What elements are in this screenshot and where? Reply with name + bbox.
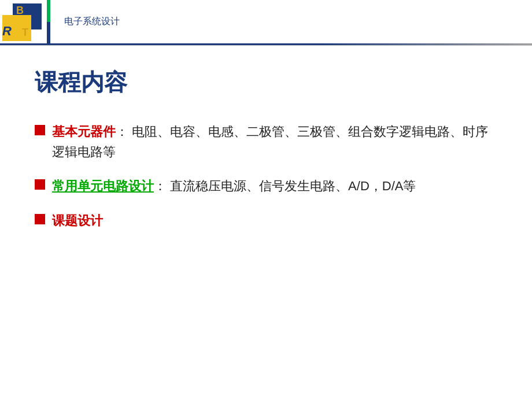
bullet-square-icon bbox=[35, 179, 45, 190]
header: R B T 电子系统设计 bbox=[0, 0, 532, 43]
left-bar-green bbox=[47, 0, 50, 22]
list-item: 常用单元电路设计： 直流稳压电源、信号发生电路、A/D，D/A等 bbox=[35, 176, 497, 196]
bullet-square-icon bbox=[35, 214, 45, 224]
main-content: 课程内容 基本元器件： 电阻、电容、电感、二极管、三极管、组合数字逻辑电路、时序… bbox=[0, 49, 532, 248]
bullet-content: 常用单元电路设计： 直流稳压电源、信号发生电路、A/D，D/A等 bbox=[52, 176, 497, 196]
logo-b-letter: B bbox=[16, 5, 24, 17]
logo-r-letter: R bbox=[2, 24, 12, 39]
left-color-bar bbox=[47, 0, 50, 43]
bullet-content: 课题设计 bbox=[52, 210, 497, 231]
bullet-colon: ： bbox=[116, 124, 128, 139]
bullet-square-icon bbox=[35, 125, 45, 135]
header-divider-thin bbox=[0, 45, 532, 46]
bullet-keyword: 基本元器件 bbox=[52, 124, 116, 139]
bullet-keyword: 课题设计 bbox=[52, 213, 103, 228]
bullet-text: 直流稳压电源、信号发生电路、A/D，D/A等 bbox=[167, 179, 416, 193]
bullet-list: 基本元器件： 电阻、电容、电感、二极管、三极管、组合数字逻辑电路、时序逻辑电路等… bbox=[35, 121, 497, 231]
list-item: 基本元器件： 电阻、电容、电感、二极管、三极管、组合数字逻辑电路、时序逻辑电路等 bbox=[35, 121, 497, 162]
page-title: 课程内容 bbox=[35, 66, 497, 98]
logo-t-letter: T bbox=[22, 27, 28, 39]
bullet-keyword-green: 常用单元电路设计 bbox=[52, 179, 154, 193]
left-bar-blue bbox=[47, 22, 50, 44]
logo-block: R B T bbox=[0, 0, 47, 43]
list-item: 课题设计 bbox=[35, 210, 497, 231]
bullet-content: 基本元器件： 电阻、电容、电感、二极管、三极管、组合数字逻辑电路、时序逻辑电路等 bbox=[52, 121, 497, 162]
bullet-colon: ： bbox=[154, 179, 167, 193]
header-title: 电子系统设计 bbox=[64, 16, 120, 28]
